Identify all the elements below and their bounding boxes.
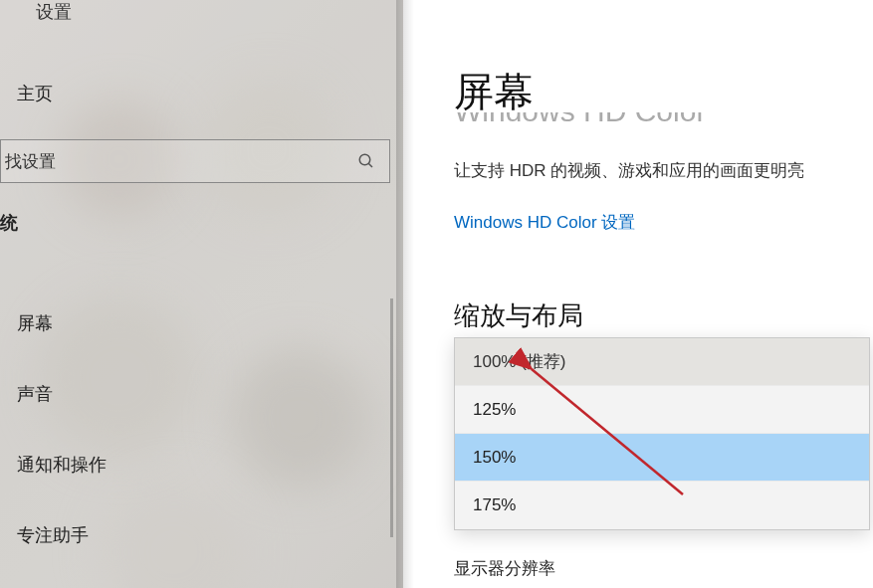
scale-option-125[interactable]: 125%: [455, 386, 869, 434]
scale-option-150[interactable]: 150%: [455, 434, 869, 482]
search-placeholder: 找设置: [5, 150, 56, 173]
scale-option-175[interactable]: 175%: [455, 482, 869, 529]
hd-color-description: 让支持 HDR 的视频、游戏和应用的画面更明亮: [454, 159, 804, 182]
sidebar-item-notifications[interactable]: 通知和操作: [17, 453, 107, 477]
svg-point-0: [359, 154, 370, 165]
sidebar-item-sound[interactable]: 声音: [17, 382, 53, 406]
home-link[interactable]: 主页: [17, 82, 53, 105]
settings-title: 设置: [36, 0, 72, 24]
scale-dropdown[interactable]: 100% (推荐) 125% 150% 175%: [454, 337, 870, 530]
hd-color-heading-clip: Windows HD Color: [454, 112, 706, 132]
sidebar-scrollbar[interactable]: [390, 298, 393, 537]
hd-color-link[interactable]: Windows HD Color 设置: [454, 211, 635, 234]
scale-heading: 缩放与布局: [454, 298, 583, 333]
sidebar-item-display[interactable]: 屏幕: [17, 311, 53, 335]
scale-option-100[interactable]: 100% (推荐): [455, 338, 869, 386]
resolution-label: 显示器分辨率: [454, 557, 555, 580]
category-label: 统: [0, 211, 18, 235]
search-input[interactable]: 找设置: [0, 139, 390, 183]
search-icon: [357, 152, 375, 170]
svg-line-1: [368, 163, 372, 167]
main-content: 屏幕 Windows HD Color 让支持 HDR 的视频、游戏和应用的画面…: [454, 0, 873, 588]
sidebar-overlay: [0, 0, 403, 588]
page-title: 屏幕: [454, 65, 534, 119]
sidebar-item-focus-assist[interactable]: 专注助手: [17, 523, 89, 547]
hd-color-heading: Windows HD Color: [454, 112, 706, 128]
